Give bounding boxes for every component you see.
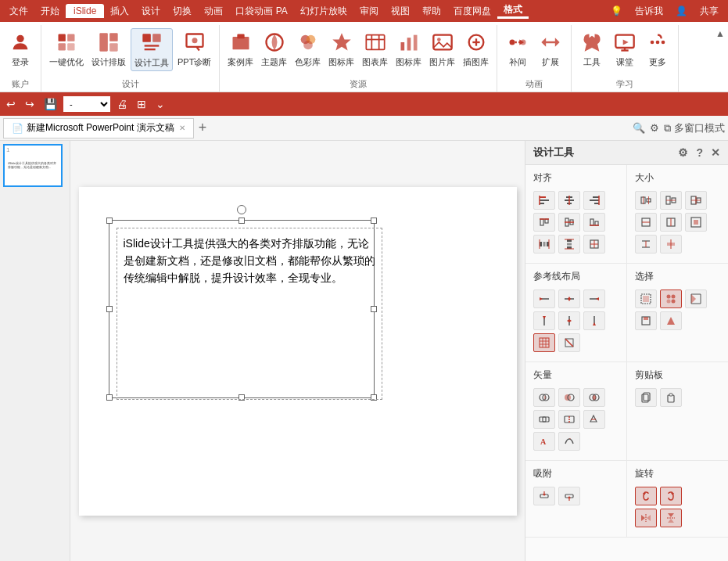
panel-help-icon[interactable]: ? (696, 146, 703, 159)
handle-tl[interactable] (106, 218, 113, 224)
menu-help[interactable]: 帮助 (416, 5, 447, 18)
chart-lib-button[interactable]: 图标库 (393, 28, 425, 70)
guide-delete-btn[interactable] (558, 333, 580, 352)
case-lib-button[interactable]: 案例库 (224, 28, 256, 70)
guide-center-btn[interactable] (558, 289, 580, 308)
size-r3-2-btn[interactable] (660, 235, 682, 254)
menu-start[interactable]: 开始 (34, 5, 66, 18)
share-btn[interactable]: 共享 (694, 5, 725, 18)
menu-design[interactable]: 设计 (135, 5, 167, 18)
layout-button[interactable]: 设计排版 (88, 28, 129, 70)
expand-button[interactable]: 扩展 (535, 28, 566, 70)
align-extra-btn[interactable] (583, 235, 605, 254)
same-size-btn[interactable] (685, 191, 707, 210)
plugin-lib-button[interactable]: 插图库 (460, 28, 492, 70)
icon-lib-button[interactable]: 图标库 (325, 28, 357, 70)
align-center-h-btn[interactable] (558, 191, 580, 210)
rotate-handle[interactable] (237, 205, 246, 214)
handle-bl[interactable] (106, 394, 113, 401)
align-top-btn[interactable] (533, 213, 555, 232)
menu-file[interactable]: 文件 (3, 5, 34, 18)
more-button[interactable]: 更多 (642, 28, 673, 70)
align-right-btn[interactable] (583, 191, 605, 210)
menu-transition[interactable]: 切换 (167, 5, 198, 18)
collapse-ribbon[interactable]: ▲ (712, 25, 728, 92)
size-r2-2-btn[interactable] (660, 213, 682, 232)
adsorb-1-btn[interactable] (533, 487, 555, 505)
text-box[interactable]: iSlide设计工具提供强大的各类对齐排版功能，无论是创建新文档，还是修改旧文档… (117, 228, 382, 400)
layout-qt-icon[interactable]: ⊞ (134, 96, 149, 112)
select-same-btn[interactable] (660, 289, 682, 308)
multiwindow-btn[interactable]: ⧉ 多窗口模式 (664, 121, 725, 135)
clipboard-paste-btn[interactable] (660, 388, 682, 407)
menu-insert[interactable]: 插入 (104, 5, 135, 18)
adsorb-2-btn[interactable] (558, 487, 580, 505)
guide-bottom-btn[interactable] (583, 311, 605, 330)
tell-me[interactable]: 告诉我 (629, 5, 669, 18)
login-button[interactable]: 登录 (5, 28, 36, 70)
align-middle-btn[interactable] (558, 213, 580, 232)
hint-icon[interactable]: 💡 (604, 5, 629, 16)
distribute-v-btn[interactable] (558, 235, 580, 254)
menu-animation[interactable]: 动画 (198, 5, 229, 18)
flip-v-btn[interactable] (660, 509, 682, 527)
select-top-btn[interactable] (635, 311, 657, 330)
redo-icon[interactable]: ↪ (22, 96, 38, 112)
vector-merge-btn[interactable] (533, 388, 555, 407)
menu-islide[interactable]: iSlide (66, 4, 104, 18)
clipboard-copy-btn[interactable] (635, 388, 657, 407)
tool-button[interactable]: 工具 (576, 28, 608, 70)
guide-left-btn[interactable] (533, 289, 555, 308)
size-r2-1-btn[interactable] (635, 213, 657, 232)
panel-close-icon[interactable]: ✕ (711, 146, 720, 159)
rotate-ccw-btn[interactable] (635, 487, 657, 505)
supplement-button[interactable]: 补间 (502, 28, 533, 70)
size-r3-1-btn[interactable] (635, 235, 657, 254)
table-lib-button[interactable]: 图表库 (359, 28, 391, 70)
menu-pocket-anim[interactable]: 口袋动画 PA (229, 5, 293, 18)
tab-settings-icon[interactable]: ⚙ (650, 122, 659, 134)
optimize-button[interactable]: 一键优化 (46, 28, 87, 70)
distribute-h-btn[interactable] (533, 235, 555, 254)
guide-top-btn[interactable] (533, 311, 555, 330)
select-forward-btn[interactable] (660, 311, 682, 330)
undo-icon[interactable]: ↩ (3, 96, 19, 112)
menu-review[interactable]: 审阅 (353, 5, 385, 18)
handle-tc[interactable] (238, 218, 245, 224)
size-r2-3-btn[interactable] (685, 213, 707, 232)
theme-lib-button[interactable]: 主题库 (258, 28, 290, 70)
vector-extra-btn[interactable] (558, 432, 580, 451)
vector-text-btn[interactable]: A (533, 432, 555, 451)
guide-mid-btn[interactable] (558, 311, 580, 330)
course-button[interactable]: 课堂 (609, 28, 640, 70)
rotate-cw-btn[interactable] (660, 487, 682, 505)
menu-format[interactable]: 格式 (497, 3, 529, 19)
tab-add-button[interactable]: + (199, 120, 207, 136)
handle-ml[interactable] (106, 306, 113, 312)
align-bottom-btn[interactable] (583, 213, 605, 232)
handle-tr[interactable] (371, 218, 377, 224)
same-height-btn[interactable] (660, 191, 682, 210)
vector-union-btn[interactable] (533, 410, 555, 429)
vector-intersect-btn[interactable] (583, 388, 605, 407)
tab-close-button[interactable]: ✕ (179, 124, 185, 132)
select-all-btn[interactable] (635, 289, 657, 308)
same-width-btn[interactable] (635, 191, 657, 210)
more-qt[interactable]: ⌄ (152, 96, 168, 112)
autosave-icon[interactable]: 💾 (41, 96, 60, 112)
guide-grid-btn[interactable] (533, 333, 555, 352)
menu-view[interactable]: 视图 (385, 5, 416, 18)
color-lib-button[interactable]: 色彩库 (292, 28, 324, 70)
tab-search-icon[interactable]: 🔍 (633, 122, 645, 134)
guide-right-btn[interactable] (583, 289, 605, 308)
tab-item-0[interactable]: 📄 新建Microsoft PowerPoint 演示文稿 ✕ (3, 118, 194, 138)
user-icon[interactable]: 👤 (669, 5, 694, 16)
slide-thumbnail-0[interactable]: 1 iSlide设计工具提供强大的各类对齐排版功能，无论是创建新文档... (3, 144, 63, 187)
menu-baidu[interactable]: 百度网盘 (447, 5, 497, 18)
vector-subtract-btn[interactable] (558, 388, 580, 407)
ppt-diag-button[interactable]: PPT诊断 (174, 28, 214, 70)
vector-scale-btn[interactable] (583, 410, 605, 429)
photo-lib-button[interactable]: 图片库 (426, 28, 458, 70)
zoom-select[interactable]: - (63, 96, 110, 112)
select-reverse-btn[interactable] (685, 289, 707, 308)
